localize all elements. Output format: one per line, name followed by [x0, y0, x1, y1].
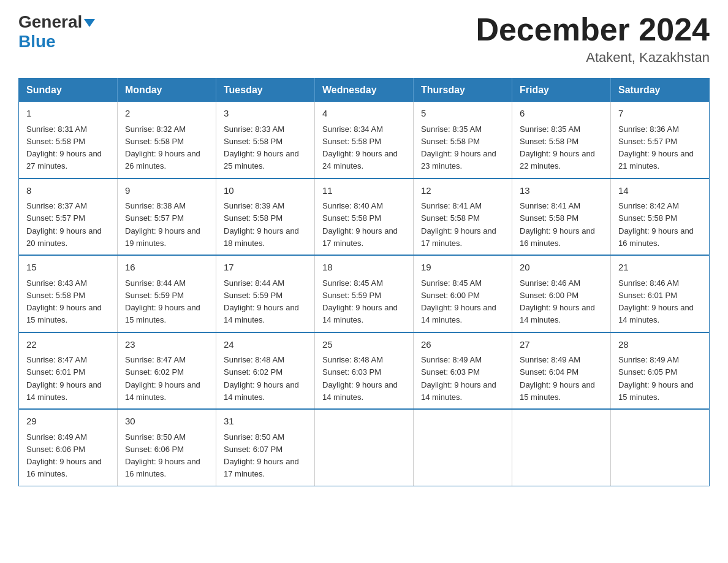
- day-info: Sunrise: 8:50 AMSunset: 6:07 PMDaylight:…: [224, 432, 299, 479]
- calendar-table: SundayMondayTuesdayWednesdayThursdayFrid…: [18, 78, 710, 486]
- calendar-day-cell: [512, 409, 611, 486]
- calendar-day-cell: [611, 409, 710, 486]
- day-info: Sunrise: 8:32 AMSunset: 5:58 PMDaylight:…: [125, 124, 200, 171]
- calendar-day-cell: 9 Sunrise: 8:38 AMSunset: 5:57 PMDayligh…: [118, 178, 216, 256]
- day-number: 8: [26, 184, 110, 198]
- month-title: December 2024: [476, 12, 710, 47]
- calendar-day-cell: 5 Sunrise: 8:35 AMSunset: 5:58 PMDayligh…: [414, 102, 512, 178]
- day-of-week-header: Friday: [512, 79, 611, 102]
- day-number: 4: [322, 107, 406, 121]
- calendar-day-cell: 20 Sunrise: 8:46 AMSunset: 6:00 PMDaylig…: [512, 255, 611, 332]
- calendar-day-cell: 3 Sunrise: 8:33 AMSunset: 5:58 PMDayligh…: [216, 102, 315, 178]
- day-info: Sunrise: 8:35 AMSunset: 5:58 PMDaylight:…: [421, 124, 496, 171]
- day-number: 28: [618, 338, 702, 352]
- calendar-day-cell: 26 Sunrise: 8:49 AMSunset: 6:03 PMDaylig…: [414, 332, 512, 410]
- day-number: 15: [26, 261, 110, 275]
- day-number: 20: [520, 261, 603, 275]
- calendar-day-cell: 30 Sunrise: 8:50 AMSunset: 6:06 PMDaylig…: [118, 409, 216, 486]
- calendar-week-row: 1 Sunrise: 8:31 AMSunset: 5:58 PMDayligh…: [19, 102, 710, 178]
- day-number: 21: [618, 261, 702, 275]
- calendar-day-cell: 27 Sunrise: 8:49 AMSunset: 6:04 PMDaylig…: [512, 332, 611, 410]
- day-number: 16: [125, 261, 208, 275]
- day-info: Sunrise: 8:41 AMSunset: 5:58 PMDaylight:…: [421, 201, 496, 248]
- day-number: 27: [520, 338, 603, 352]
- day-info: Sunrise: 8:34 AMSunset: 5:58 PMDaylight:…: [322, 124, 398, 171]
- day-number: 29: [26, 415, 110, 429]
- day-number: 9: [125, 184, 208, 198]
- day-number: 18: [322, 261, 406, 275]
- day-number: 3: [224, 107, 307, 121]
- logo-arrow-icon: [84, 19, 95, 27]
- day-number: 24: [224, 338, 307, 352]
- day-number: 2: [125, 107, 208, 121]
- calendar-day-cell: 31 Sunrise: 8:50 AMSunset: 6:07 PMDaylig…: [216, 409, 315, 486]
- calendar-day-cell: [315, 409, 414, 486]
- calendar-day-cell: 12 Sunrise: 8:41 AMSunset: 5:58 PMDaylig…: [414, 178, 512, 256]
- day-info: Sunrise: 8:47 AMSunset: 6:02 PMDaylight:…: [125, 355, 200, 402]
- day-number: 13: [520, 184, 603, 198]
- day-number: 19: [421, 261, 504, 275]
- day-number: 1: [26, 107, 110, 121]
- calendar-day-cell: 6 Sunrise: 8:35 AMSunset: 5:58 PMDayligh…: [512, 102, 611, 178]
- calendar-day-cell: 7 Sunrise: 8:36 AMSunset: 5:57 PMDayligh…: [611, 102, 710, 178]
- calendar-day-cell: 2 Sunrise: 8:32 AMSunset: 5:58 PMDayligh…: [118, 102, 216, 178]
- calendar-day-cell: 1 Sunrise: 8:31 AMSunset: 5:58 PMDayligh…: [19, 102, 118, 178]
- day-number: 10: [224, 184, 307, 198]
- calendar-day-cell: 18 Sunrise: 8:45 AMSunset: 5:59 PMDaylig…: [315, 255, 414, 332]
- calendar-day-cell: 8 Sunrise: 8:37 AMSunset: 5:57 PMDayligh…: [19, 178, 118, 256]
- calendar-day-cell: 28 Sunrise: 8:49 AMSunset: 6:05 PMDaylig…: [611, 332, 710, 410]
- location-label: Atakent, Kazakhstan: [476, 50, 710, 66]
- day-info: Sunrise: 8:40 AMSunset: 5:58 PMDaylight:…: [322, 201, 398, 248]
- day-info: Sunrise: 8:44 AMSunset: 5:59 PMDaylight:…: [224, 278, 299, 325]
- calendar-day-cell: 13 Sunrise: 8:41 AMSunset: 5:58 PMDaylig…: [512, 178, 611, 256]
- title-section: December 2024 Atakent, Kazakhstan: [476, 12, 710, 66]
- day-info: Sunrise: 8:33 AMSunset: 5:58 PMDaylight:…: [224, 124, 299, 171]
- calendar-week-row: 8 Sunrise: 8:37 AMSunset: 5:57 PMDayligh…: [19, 178, 710, 256]
- logo: General Blue: [18, 12, 95, 52]
- day-info: Sunrise: 8:50 AMSunset: 6:06 PMDaylight:…: [125, 432, 200, 479]
- day-info: Sunrise: 8:41 AMSunset: 5:58 PMDaylight:…: [520, 201, 595, 248]
- day-info: Sunrise: 8:44 AMSunset: 5:59 PMDaylight:…: [125, 278, 200, 325]
- day-of-week-header: Thursday: [414, 79, 512, 102]
- calendar-day-cell: 15 Sunrise: 8:43 AMSunset: 5:58 PMDaylig…: [19, 255, 118, 332]
- day-number: 31: [224, 415, 307, 429]
- day-number: 5: [421, 107, 504, 121]
- calendar-day-cell: 11 Sunrise: 8:40 AMSunset: 5:58 PMDaylig…: [315, 178, 414, 256]
- day-of-week-header: Sunday: [19, 79, 118, 102]
- day-info: Sunrise: 8:45 AMSunset: 5:59 PMDaylight:…: [322, 278, 398, 325]
- day-number: 11: [322, 184, 406, 198]
- day-number: 22: [26, 338, 110, 352]
- calendar-week-row: 29 Sunrise: 8:49 AMSunset: 6:06 PMDaylig…: [19, 409, 710, 486]
- day-number: 7: [618, 107, 702, 121]
- calendar-day-cell: 21 Sunrise: 8:46 AMSunset: 6:01 PMDaylig…: [611, 255, 710, 332]
- calendar-day-cell: 19 Sunrise: 8:45 AMSunset: 6:00 PMDaylig…: [414, 255, 512, 332]
- day-number: 17: [224, 261, 307, 275]
- day-of-week-header: Wednesday: [315, 79, 414, 102]
- day-info: Sunrise: 8:42 AMSunset: 5:58 PMDaylight:…: [618, 201, 694, 248]
- day-number: 26: [421, 338, 504, 352]
- calendar-day-cell: 14 Sunrise: 8:42 AMSunset: 5:58 PMDaylig…: [611, 178, 710, 256]
- calendar-day-cell: 4 Sunrise: 8:34 AMSunset: 5:58 PMDayligh…: [315, 102, 414, 178]
- calendar-day-cell: 16 Sunrise: 8:44 AMSunset: 5:59 PMDaylig…: [118, 255, 216, 332]
- day-info: Sunrise: 8:49 AMSunset: 6:04 PMDaylight:…: [520, 355, 595, 402]
- day-number: 6: [520, 107, 603, 121]
- logo-blue-text: Blue: [18, 32, 56, 52]
- calendar-week-row: 15 Sunrise: 8:43 AMSunset: 5:58 PMDaylig…: [19, 255, 710, 332]
- day-number: 25: [322, 338, 406, 352]
- calendar-day-cell: 10 Sunrise: 8:39 AMSunset: 5:58 PMDaylig…: [216, 178, 315, 256]
- day-info: Sunrise: 8:49 AMSunset: 6:03 PMDaylight:…: [421, 355, 496, 402]
- calendar-week-row: 22 Sunrise: 8:47 AMSunset: 6:01 PMDaylig…: [19, 332, 710, 410]
- day-number: 30: [125, 415, 208, 429]
- calendar-day-cell: 22 Sunrise: 8:47 AMSunset: 6:01 PMDaylig…: [19, 332, 118, 410]
- day-info: Sunrise: 8:47 AMSunset: 6:01 PMDaylight:…: [26, 355, 102, 402]
- day-of-week-header: Tuesday: [216, 79, 315, 102]
- calendar-day-cell: 29 Sunrise: 8:49 AMSunset: 6:06 PMDaylig…: [19, 409, 118, 486]
- day-info: Sunrise: 8:43 AMSunset: 5:58 PMDaylight:…: [26, 278, 102, 325]
- day-info: Sunrise: 8:48 AMSunset: 6:03 PMDaylight:…: [322, 355, 398, 402]
- calendar-day-cell: [414, 409, 512, 486]
- day-number: 23: [125, 338, 208, 352]
- page-header: General Blue December 2024 Atakent, Kaza…: [18, 12, 710, 66]
- day-info: Sunrise: 8:45 AMSunset: 6:00 PMDaylight:…: [421, 278, 496, 325]
- day-info: Sunrise: 8:35 AMSunset: 5:58 PMDaylight:…: [520, 124, 595, 171]
- calendar-day-cell: 23 Sunrise: 8:47 AMSunset: 6:02 PMDaylig…: [118, 332, 216, 410]
